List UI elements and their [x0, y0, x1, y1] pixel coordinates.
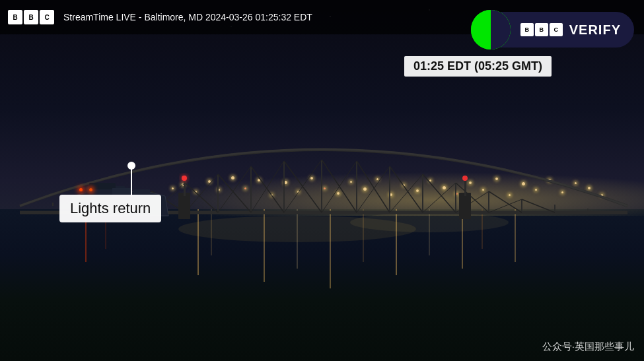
svg-rect-58 — [178, 193, 190, 219]
svg-rect-60 — [459, 193, 471, 219]
watermark: 公众号·英国那些事儿 — [542, 341, 634, 353]
annotation-label: Lights return — [70, 200, 151, 216]
timestamp-box: 01:25 EDT (05:25 GMT) — [404, 56, 552, 77]
svg-line-57 — [489, 199, 522, 213]
watermark-text: 公众号·英国那些事儿 — [542, 341, 634, 352]
video-frame: B B C StreamTime LIVE - Baltimore, MD 20… — [0, 0, 644, 361]
svg-line-36 — [218, 174, 251, 213]
svg-point-62 — [182, 176, 187, 181]
svg-line-54 — [390, 174, 423, 213]
stream-info-text: StreamTime LIVE - Baltimore, MD 2024-03-… — [63, 12, 312, 22]
svg-line-44 — [489, 191, 522, 213]
bbc-logo-top: B B C — [8, 10, 54, 24]
svg-rect-65 — [89, 183, 116, 189]
bbc-verify-badge: B B C VERIFY — [471, 10, 634, 49]
svg-point-63 — [462, 176, 468, 181]
svg-line-40 — [357, 161, 390, 213]
svg-line-55 — [423, 183, 456, 213]
svg-rect-59 — [184, 180, 186, 196]
bbc-box-b2: B — [24, 10, 38, 24]
svg-line-37 — [251, 166, 284, 213]
bbc-box-c: C — [40, 10, 54, 24]
verify-pill: B B C VERIFY — [501, 12, 634, 48]
annotation-line — [131, 165, 132, 197]
verify-circle — [471, 10, 511, 49]
annotation-box: Lights return — [59, 195, 161, 222]
ship-light-red — [79, 188, 83, 191]
svg-line-45 — [522, 199, 555, 213]
svg-line-42 — [423, 174, 456, 213]
svg-line-49 — [218, 166, 251, 213]
verify-label: VERIFY — [569, 22, 621, 38]
water-reflections — [0, 209, 644, 361]
svg-rect-61 — [464, 180, 466, 196]
verify-bbc-c: C — [550, 23, 563, 36]
verify-bbc-b1: B — [520, 23, 534, 36]
verify-bbc-b2: B — [535, 23, 548, 36]
svg-line-41 — [390, 166, 423, 213]
annotation-container: Lights return — [59, 195, 161, 222]
ship-light-orange — [89, 188, 92, 191]
annotation-dot — [127, 162, 135, 170]
timestamp-text: 01:25 EDT (05:25 GMT) — [413, 59, 542, 73]
bbc-box-b1: B — [8, 10, 22, 24]
verify-bbc-boxes: B B C — [520, 23, 563, 36]
